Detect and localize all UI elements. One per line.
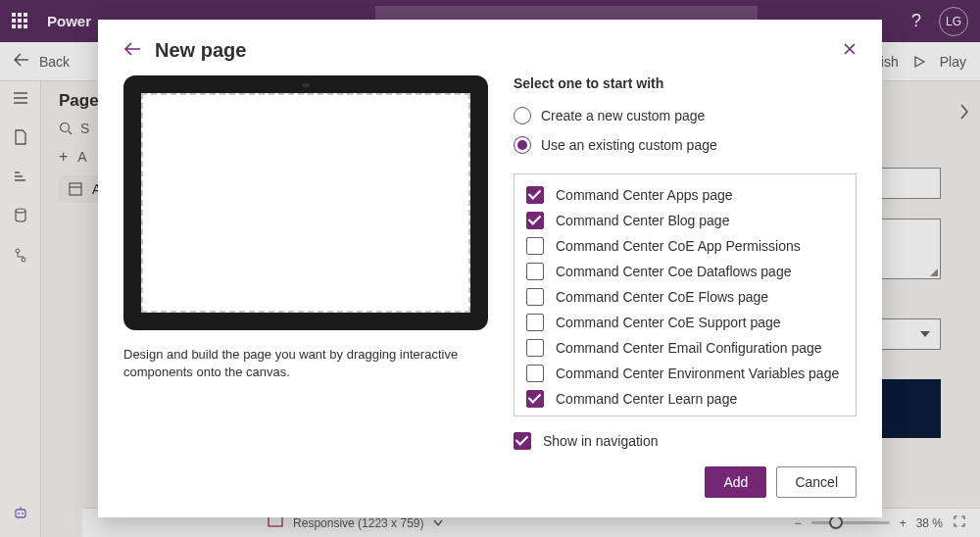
modal-overlay: New page Design and build the page you w… xyxy=(0,0,980,537)
page-checkbox-label: Command Center Email Configuration page xyxy=(556,340,822,356)
checkbox-icon xyxy=(514,432,531,450)
radio-use-existing[interactable]: Use an existing custom page xyxy=(514,136,857,154)
close-icon[interactable] xyxy=(843,42,857,60)
show-in-navigation-checkbox[interactable]: Show in navigation xyxy=(514,432,857,450)
page-checkbox-label: Command Center Learn page xyxy=(556,391,737,407)
checkbox-icon xyxy=(526,390,544,408)
page-checkbox-row[interactable]: Command Center Apps page xyxy=(520,182,850,208)
checkbox-icon xyxy=(526,263,544,280)
add-button[interactable]: Add xyxy=(705,466,766,498)
page-checkbox-label: Command Center CoE Flows page xyxy=(556,289,768,305)
page-checkbox-row[interactable]: Command Center Coe Dataflows page xyxy=(520,259,850,284)
page-checkbox-label: Command Center Blog page xyxy=(556,213,729,228)
modal-title: New page xyxy=(155,39,246,62)
tablet-frame xyxy=(123,75,488,330)
checkbox-label: Show in navigation xyxy=(543,433,659,449)
page-checkbox-label: Command Center Coe Dataflows page xyxy=(556,264,791,279)
page-checkbox-row[interactable]: Command Center Blog page xyxy=(520,208,850,233)
page-checkbox-row[interactable]: Command Center Environment Variables pag… xyxy=(520,361,850,386)
page-checkbox-row[interactable]: Command Center Learn page xyxy=(520,386,850,412)
modal-description: Design and build the page you want by dr… xyxy=(123,346,488,381)
tablet-camera-icon xyxy=(302,83,310,87)
select-heading: Select one to start with xyxy=(514,75,857,91)
checkbox-icon xyxy=(526,237,544,255)
page-checkbox-row[interactable]: Command Center Maker Apps xyxy=(520,412,850,416)
existing-pages-list[interactable]: Command Center Apps pageCommand Center B… xyxy=(514,173,857,416)
page-checkbox-label: Command Center Apps page xyxy=(556,187,733,203)
radio-icon xyxy=(514,136,531,154)
checkbox-icon xyxy=(526,288,544,306)
new-page-modal: New page Design and build the page you w… xyxy=(98,20,882,517)
page-checkbox-row[interactable]: Command Center CoE Flows page xyxy=(520,284,850,310)
cancel-button[interactable]: Cancel xyxy=(776,466,857,498)
checkbox-icon xyxy=(526,415,544,416)
page-checkbox-label: Command Center Environment Variables pag… xyxy=(556,366,839,381)
checkbox-icon xyxy=(526,339,544,357)
radio-label: Create a new custom page xyxy=(541,108,705,123)
page-checkbox-row[interactable]: Command Center CoE Support page xyxy=(520,310,850,335)
checkbox-icon xyxy=(526,365,544,382)
page-checkbox-label: Command Center CoE App Permissions xyxy=(556,238,801,254)
radio-create-new[interactable]: Create a new custom page xyxy=(514,107,857,124)
modal-options-pane: Select one to start with Create a new cu… xyxy=(514,75,857,498)
radio-icon xyxy=(514,107,531,124)
modal-preview-pane: Design and build the page you want by dr… xyxy=(123,75,488,498)
radio-label: Use an existing custom page xyxy=(541,137,717,153)
checkbox-icon xyxy=(526,212,544,229)
modal-back-icon[interactable] xyxy=(123,42,141,59)
checkbox-icon xyxy=(526,186,544,204)
checkbox-icon xyxy=(526,314,544,331)
page-checkbox-row[interactable]: Command Center CoE App Permissions xyxy=(520,233,850,259)
page-checkbox-label: Command Center CoE Support page xyxy=(556,315,781,330)
page-checkbox-row[interactable]: Command Center Email Configuration page xyxy=(520,335,850,361)
